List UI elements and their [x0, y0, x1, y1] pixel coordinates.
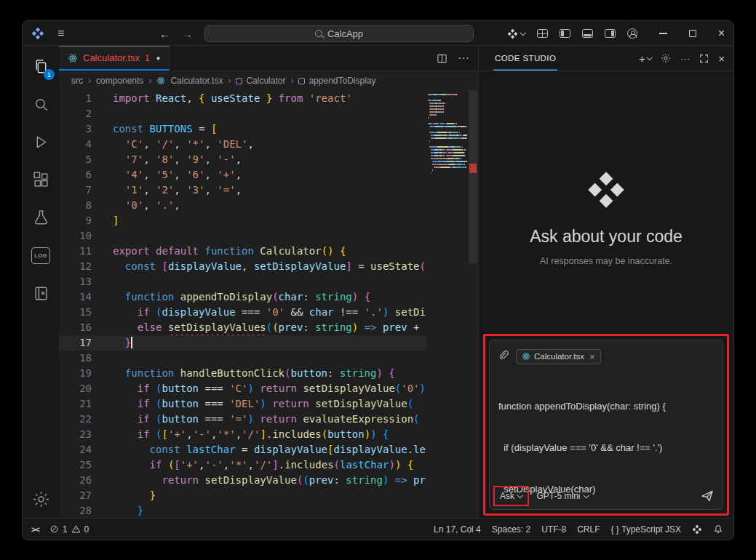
react-icon	[522, 352, 530, 361]
eol-setting[interactable]: CRLF	[577, 524, 600, 535]
more-actions-icon[interactable]: ···	[680, 53, 690, 64]
code-line[interactable]: 4 'C', '/', '*', 'DEL',	[59, 137, 426, 152]
sidebar-item-run-debug[interactable]	[23, 123, 59, 161]
breadcrumb-item-components[interactable]: components	[96, 76, 143, 86]
code-line[interactable]: 23 if (['+','-','*','/'].includes(button…	[59, 427, 426, 442]
problems-indicator[interactable]: 1 0	[49, 524, 89, 535]
encoding-setting[interactable]: UTF-8	[541, 524, 566, 535]
mode-selector[interactable]: Ask	[498, 489, 524, 503]
code-line[interactable]: 19 function handleButtonClick(button: st…	[59, 366, 426, 381]
chevron-down-icon	[520, 30, 526, 36]
customize-layout-icon[interactable]	[537, 29, 548, 38]
send-button[interactable]	[701, 489, 714, 503]
back-button[interactable]: ←	[159, 28, 170, 40]
tab-calculator-tsx[interactable]: Calculator.tsx 1 ●	[59, 46, 170, 71]
code-line[interactable]: 16 else setDisplayValues((prev: string) …	[59, 320, 426, 335]
minimize-button[interactable]	[659, 33, 667, 33]
code-line[interactable]: 11export default function Calculator() {	[59, 244, 426, 259]
code-line[interactable]: 26 return setDisplayValue((prev: string)…	[59, 473, 426, 488]
split-editor-icon[interactable]	[437, 53, 447, 64]
code-line[interactable]: 25 if (['+','-','*','/'].includes(lastCh…	[59, 457, 426, 473]
maximize-button[interactable]	[689, 30, 696, 37]
code-line[interactable]: 14 function appendToDisplay(char: string…	[59, 289, 426, 305]
new-chat-button[interactable]: +	[639, 52, 651, 65]
code-line[interactable]: 20 if (button === 'C') return setDisplay…	[59, 381, 426, 396]
breadcrumb-item-src[interactable]: src	[71, 76, 83, 86]
chat-input-box[interactable]: Calculator.tsx × function appendToDispla…	[489, 340, 723, 510]
menu-icon[interactable]: ≡	[57, 27, 64, 40]
settings-gear[interactable]	[23, 480, 59, 518]
breadcrumb-item-file[interactable]: Calculator.tsx	[170, 76, 223, 86]
indentation-setting[interactable]: Spaces: 2	[492, 524, 530, 535]
remote-indicator[interactable]: ><	[31, 525, 39, 534]
code-line[interactable]: 17 }	[59, 335, 426, 351]
code-line[interactable]: 5 '7', '8', '9', '-',	[59, 152, 426, 167]
gear-icon	[32, 490, 50, 508]
account-icon[interactable]	[627, 28, 637, 39]
code-line[interactable]: 6 '4', '5', '6', '+',	[59, 167, 426, 183]
toggle-sidebar-left-icon[interactable]	[560, 29, 570, 38]
search-box[interactable]: CalcApp	[204, 25, 474, 42]
sidebar-item-testing[interactable]	[23, 199, 59, 236]
sidebar-item-extensions[interactable]	[23, 161, 59, 199]
cursor-position[interactable]: Ln 17, Col 4	[434, 524, 481, 535]
model-selector[interactable]: GPT-5 mini	[536, 489, 590, 503]
code-line[interactable]: 28 }	[59, 503, 426, 518]
panel-title[interactable]: CODE STUDIO	[493, 46, 557, 71]
chevron-right-icon: ›	[148, 76, 151, 86]
more-actions-icon[interactable]: ···	[458, 52, 469, 65]
code-line[interactable]: 1import React, { useState } from 'react'	[59, 91, 426, 106]
code-line[interactable]: 27 }	[59, 488, 426, 503]
sidebar-item-output-log[interactable]: LOG	[23, 236, 59, 274]
scrollbar[interactable]	[467, 90, 478, 518]
code-line[interactable]: 2	[59, 106, 426, 121]
chevron-down-icon	[647, 55, 653, 60]
code-line[interactable]: 15 if (displayValue === '0' && char !== …	[59, 305, 426, 320]
breadcrumb-item-symbol-appendtodisplay[interactable]: appendToDisplay	[309, 76, 375, 86]
warning-icon	[71, 524, 81, 534]
gear-icon[interactable]	[661, 53, 671, 63]
remove-chip-icon[interactable]: ×	[589, 351, 595, 362]
scrollbar-slider[interactable]	[469, 90, 477, 263]
warning-count: 0	[84, 524, 89, 535]
log-icon: LOG	[31, 247, 50, 264]
code-line[interactable]: 13	[59, 274, 426, 289]
code-editor[interactable]: 1import React, { useState } from 'react'…	[59, 90, 478, 518]
sidebar-item-notebook[interactable]	[23, 274, 59, 312]
toggle-panel-icon[interactable]	[582, 29, 593, 38]
code-line[interactable]: 18	[59, 351, 426, 366]
chevron-down-icon	[517, 492, 523, 498]
breadcrumb-item-symbol-calculator[interactable]: Calculator	[246, 76, 285, 86]
context-chip[interactable]: Calculator.tsx ×	[516, 349, 601, 364]
expand-panel-icon[interactable]	[699, 54, 709, 63]
text-cursor	[131, 337, 132, 348]
code-line[interactable]: 24 const lastChar = displayValue[display…	[59, 442, 426, 457]
code-line[interactable]: 12 const [displayValue, setDisplayValue]…	[59, 259, 426, 274]
language-mode[interactable]: { } TypeScript JSX	[611, 524, 682, 535]
screenshot-root: ≡ ← → CalcApp	[0, 0, 756, 560]
chat-empty-state: Ask about your code AI responses may be …	[479, 71, 733, 266]
notifications-bell-icon[interactable]	[713, 524, 723, 535]
error-count: 1	[63, 524, 68, 535]
minimap-content[interactable]	[426, 90, 467, 518]
extensions-icon	[32, 171, 50, 189]
forward-button[interactable]: →	[182, 28, 193, 40]
code-line[interactable]: 9]	[59, 213, 426, 228]
flask-icon	[32, 209, 50, 227]
sidebar-item-explorer[interactable]: 1	[23, 47, 59, 85]
code-line[interactable]: 3const BUTTONS = [	[59, 121, 426, 137]
code-line[interactable]: 10	[59, 228, 426, 244]
code-line[interactable]: 7 '1', '2', '3', '=',	[59, 183, 426, 198]
attach-context-icon[interactable]	[498, 350, 509, 364]
close-window-button[interactable]: ×	[718, 28, 725, 39]
close-panel-icon[interactable]: ×	[718, 52, 725, 65]
code-line[interactable]: 21 if (button === 'DEL') return setDispl…	[59, 396, 426, 412]
code-lines[interactable]: 1import React, { useState } from 'react'…	[59, 90, 426, 518]
copilot-status-icon[interactable]	[692, 524, 702, 535]
code-line[interactable]: 8 '0', '.',	[59, 198, 426, 213]
toggle-sidebar-right-icon[interactable]	[605, 29, 616, 38]
react-icon	[68, 53, 78, 63]
code-line[interactable]: 22 if (button === '=') return evaluateEx…	[59, 412, 426, 427]
sidebar-item-search[interactable]	[23, 85, 59, 123]
copilot-menu-button[interactable]	[507, 28, 525, 39]
